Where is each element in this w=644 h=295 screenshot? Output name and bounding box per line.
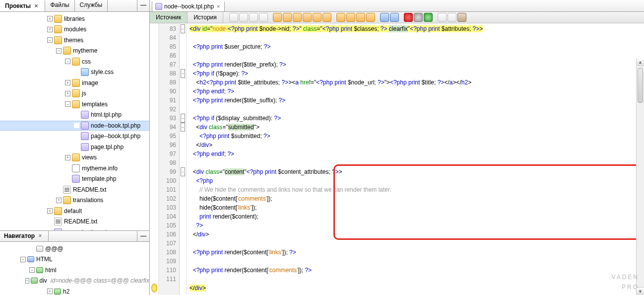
toolbar-btn-2[interactable] bbox=[239, 13, 248, 22]
scroll-up-icon[interactable]: ▲ bbox=[637, 58, 644, 66]
line-number[interactable]: 100 bbox=[159, 176, 179, 185]
toolbar-btn-12[interactable] bbox=[346, 13, 355, 22]
tree-item[interactable]: README.txt bbox=[0, 185, 149, 194]
tree-item[interactable]: −templates bbox=[0, 100, 149, 109]
line-number[interactable]: 88 bbox=[159, 69, 179, 78]
code-line[interactable]: hide($content['comments']); bbox=[190, 194, 644, 203]
tree-item[interactable]: template.php bbox=[0, 174, 149, 183]
tree-item[interactable]: @@@ bbox=[0, 244, 149, 253]
code-line[interactable] bbox=[190, 105, 644, 114]
code-line[interactable] bbox=[190, 158, 644, 167]
line-number[interactable]: 95 bbox=[159, 132, 179, 141]
line-number[interactable]: 86 bbox=[159, 51, 179, 60]
line-number[interactable]: 103 bbox=[159, 203, 179, 212]
line-number[interactable]: 101 bbox=[159, 185, 179, 194]
toolbar-btn-13[interactable] bbox=[356, 13, 365, 22]
line-number[interactable]: 87 bbox=[159, 60, 179, 69]
line-number[interactable]: 99 bbox=[159, 167, 179, 176]
line-number[interactable]: 105 bbox=[159, 221, 179, 230]
line-number[interactable]: 111 bbox=[159, 275, 179, 284]
toolbar-btn-17[interactable] bbox=[438, 13, 447, 22]
toolbar-btn-10[interactable] bbox=[322, 13, 331, 22]
toolbar-btn-11[interactable] bbox=[336, 13, 345, 22]
code-line[interactable]: <?php print render($content['links']); ?… bbox=[190, 248, 644, 257]
tab-projects-close-icon[interactable]: × bbox=[32, 2, 40, 9]
code-line[interactable]: <?php print render($title_suffix); ?> bbox=[190, 96, 644, 105]
line-number[interactable]: 106 bbox=[159, 230, 179, 239]
tree-item[interactable]: +modules bbox=[0, 25, 149, 34]
expand-icon[interactable]: + bbox=[47, 16, 53, 21]
tree-item[interactable]: −themes bbox=[0, 36, 149, 45]
code-line[interactable] bbox=[190, 51, 644, 60]
code-line[interactable]: <div class="submitted"> bbox=[190, 123, 644, 132]
line-number[interactable]: 91 bbox=[159, 96, 179, 105]
tab-services[interactable]: Службы bbox=[75, 0, 108, 11]
expand-icon[interactable]: + bbox=[56, 198, 62, 203]
toolbar-btn-8[interactable] bbox=[303, 13, 312, 22]
line-number[interactable]: 98 bbox=[159, 158, 179, 167]
code-line[interactable] bbox=[190, 239, 644, 248]
line-number[interactable]: 109 bbox=[159, 257, 179, 266]
line-number[interactable]: 104 bbox=[159, 212, 179, 221]
navigator-tree[interactable]: @@@−HTML−html−divid=node-@@@ class=@@@ c… bbox=[0, 242, 149, 295]
vertical-scrollbar[interactable]: ▲ ▼ bbox=[636, 58, 644, 295]
tree-item[interactable]: style.css bbox=[0, 68, 149, 76]
tree-item[interactable]: −mytheme bbox=[0, 46, 149, 55]
tree-item[interactable]: −css bbox=[0, 57, 149, 66]
code-line[interactable]: <?php print $submitted; ?> bbox=[190, 132, 644, 141]
collapse-icon[interactable]: − bbox=[25, 278, 29, 284]
file-tab-close-icon[interactable]: × bbox=[216, 3, 221, 9]
code-line[interactable]: </div> bbox=[190, 230, 644, 239]
expand-icon[interactable]: + bbox=[47, 289, 53, 294]
line-number[interactable]: 108 bbox=[159, 248, 179, 257]
code-line[interactable] bbox=[190, 275, 644, 284]
code-line[interactable]: <?php bbox=[190, 176, 644, 185]
code-line[interactable]: </div> bbox=[190, 284, 644, 293]
code-line[interactable]: <?php print $user_picture; ?> bbox=[190, 42, 644, 51]
code-line[interactable]: <?php if (!$page): ?> bbox=[190, 69, 644, 78]
expand-icon[interactable]: + bbox=[65, 80, 70, 85]
line-number[interactable]: 85 bbox=[159, 42, 179, 51]
tab-files[interactable]: Файлы bbox=[45, 0, 74, 11]
tree-item[interactable]: +default bbox=[0, 207, 149, 216]
line-number[interactable]: 102 bbox=[159, 194, 179, 203]
code-line[interactable]: print render($content); bbox=[190, 212, 644, 221]
code-line[interactable] bbox=[190, 257, 644, 266]
toolbar-btn-run-icon[interactable] bbox=[424, 13, 433, 22]
line-number[interactable]: 110 bbox=[159, 266, 179, 275]
fold-toggle-icon[interactable]: − bbox=[181, 69, 185, 78]
tree-item[interactable]: −html bbox=[0, 266, 149, 275]
scroll-thumb[interactable] bbox=[638, 68, 643, 103]
collapse-icon[interactable]: − bbox=[47, 37, 53, 43]
code-line[interactable]: <div class="content"<?php print $content… bbox=[190, 167, 644, 176]
project-tree[interactable]: +libraries+modules−themes−mytheme−csssty… bbox=[0, 12, 149, 230]
line-number[interactable]: 92 bbox=[159, 105, 179, 114]
toolbar-btn-record-icon[interactable] bbox=[414, 13, 423, 22]
collapse-icon[interactable]: − bbox=[29, 267, 35, 273]
fold-toggle-icon[interactable]: − bbox=[181, 123, 185, 132]
fold-toggle-icon[interactable]: − bbox=[181, 114, 185, 123]
toolbar-btn-1[interactable] bbox=[229, 13, 238, 22]
expand-icon[interactable]: + bbox=[47, 27, 53, 32]
toolbar-btn-5[interactable] bbox=[273, 13, 282, 22]
collapse-icon[interactable]: − bbox=[20, 257, 26, 262]
toolbar-btn-db-icon[interactable] bbox=[457, 13, 466, 22]
line-number[interactable]: 107 bbox=[159, 239, 179, 248]
left-minimize-icon[interactable]: — bbox=[137, 0, 149, 11]
code-line[interactable]: <h2<?php print $title_attributes; ?>><a … bbox=[190, 78, 644, 87]
toolbar-btn-14[interactable] bbox=[366, 13, 375, 22]
tree-item[interactable]: +views bbox=[0, 153, 149, 162]
collapse-icon[interactable]: − bbox=[65, 59, 70, 64]
tree-item[interactable]: mytheme.info bbox=[0, 164, 149, 173]
code-line[interactable]: <?php endif; ?> bbox=[190, 149, 644, 158]
code-line[interactable]: <div id="node-<?php print $node->nid; ?>… bbox=[190, 24, 644, 33]
line-number-gutter[interactable]: 8384858687888990919293949596979899100101… bbox=[159, 23, 180, 295]
code-line[interactable]: </div> bbox=[190, 141, 644, 149]
tab-projects[interactable]: Проекты × bbox=[0, 0, 45, 11]
toolbar-btn-3[interactable] bbox=[249, 13, 258, 22]
lightbulb-icon[interactable] bbox=[151, 284, 157, 293]
navigator-close-icon[interactable]: × bbox=[37, 232, 44, 239]
toolbar-btn-6[interactable] bbox=[283, 13, 292, 22]
navigator-tab[interactable]: Навигатор × bbox=[0, 231, 49, 241]
toolbar-btn-9[interactable] bbox=[313, 13, 322, 22]
